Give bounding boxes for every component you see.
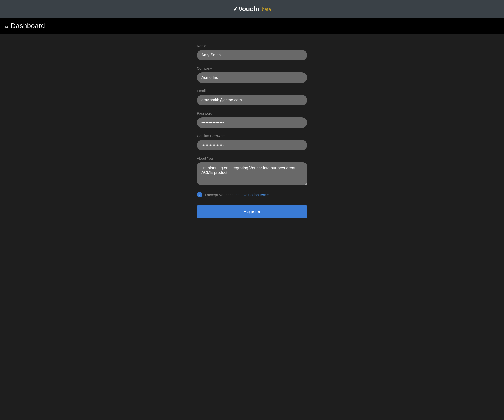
name-label: Name xyxy=(197,44,307,48)
email-group: Email xyxy=(197,89,307,105)
terms-row: ✓ I accept Vouchr's trial evaluation ter… xyxy=(197,192,307,197)
company-group: Company xyxy=(197,66,307,83)
logo-check-mark: ✓ xyxy=(233,5,238,13)
name-input[interactable] xyxy=(197,50,307,60)
home-icon[interactable]: ⌂ xyxy=(5,23,8,29)
register-button[interactable]: Register xyxy=(197,205,307,218)
main-content: Name Company Email Password Confirm Pass… xyxy=(0,34,504,233)
about-textarea[interactable]: I'm planning on integrating Vouchr into … xyxy=(197,162,307,185)
confirm-password-group: Confirm Password xyxy=(197,134,307,150)
about-group: About You I'm planning on integrating Vo… xyxy=(197,156,307,186)
name-group: Name xyxy=(197,44,307,60)
page-title: Dashboard xyxy=(11,22,45,30)
password-input[interactable] xyxy=(197,117,307,128)
password-group: Password xyxy=(197,111,307,128)
terms-checkbox-wrapper[interactable]: ✓ xyxy=(197,192,202,197)
terms-link[interactable]: trial evaluation terms xyxy=(234,193,269,197)
registration-form: Name Company Email Password Confirm Pass… xyxy=(197,44,307,218)
dashboard-bar: ⌂ Dashboard xyxy=(0,18,504,34)
about-label: About You xyxy=(197,156,307,160)
terms-label: I accept Vouchr's trial evaluation terms xyxy=(205,193,269,197)
confirm-password-input[interactable] xyxy=(197,140,307,150)
email-input[interactable] xyxy=(197,95,307,105)
email-label: Email xyxy=(197,89,307,93)
logo-text: Vouchr xyxy=(238,5,260,13)
confirm-password-label: Confirm Password xyxy=(197,134,307,138)
password-label: Password xyxy=(197,111,307,115)
top-header: ✓Vouchrbeta xyxy=(0,0,504,18)
company-input[interactable] xyxy=(197,72,307,83)
company-label: Company xyxy=(197,66,307,70)
beta-label: beta xyxy=(262,7,271,12)
logo: ✓Vouchrbeta xyxy=(233,5,271,13)
